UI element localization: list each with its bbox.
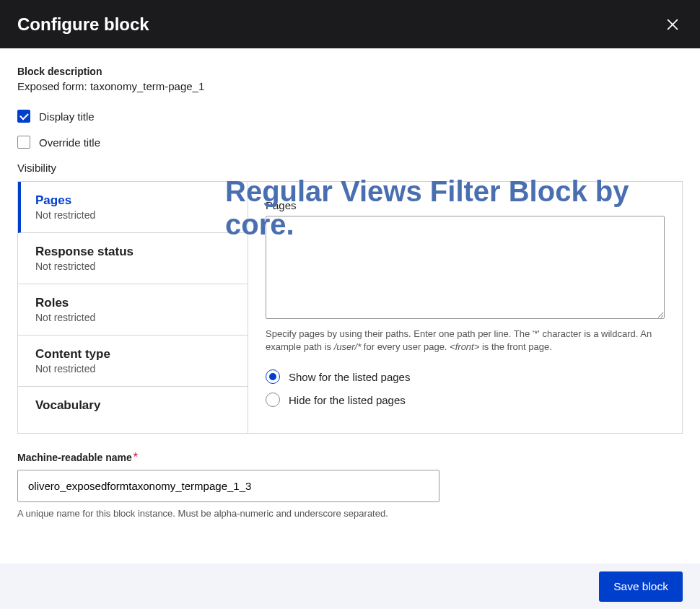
tab-title: Pages	[35, 193, 233, 208]
pages-textarea[interactable]	[266, 216, 665, 319]
help-fragment: for every user page.	[361, 341, 450, 352]
required-indicator: *	[134, 451, 138, 463]
visibility-tabs: Pages Not restricted Response status Not…	[17, 181, 248, 434]
tab-content-type[interactable]: Content type Not restricted	[18, 336, 248, 387]
close-icon	[667, 19, 678, 30]
modal-title: Configure block	[17, 14, 149, 35]
radio-show-label[interactable]: Show for the listed pages	[289, 371, 410, 383]
help-fragment-em: <front>	[450, 341, 479, 352]
display-title-row: Display title	[17, 110, 683, 123]
tab-title: Roles	[35, 296, 233, 310]
tab-response-status[interactable]: Response status Not restricted	[18, 233, 248, 284]
display-title-label[interactable]: Display title	[39, 110, 95, 123]
machine-name-help: A unique name for this block instance. M…	[17, 508, 683, 519]
tab-title: Vocabulary	[35, 398, 233, 413]
radio-show-row: Show for the listed pages	[266, 369, 665, 384]
tab-vocabulary[interactable]: Vocabulary	[18, 387, 248, 424]
close-button[interactable]	[662, 14, 683, 35]
tab-sub: Not restricted	[35, 260, 233, 272]
modal-body: Block description Exposed form: taxonomy…	[0, 48, 700, 536]
override-title-label[interactable]: Override title	[39, 136, 100, 149]
override-title-checkbox[interactable]	[17, 136, 30, 149]
pages-radio-group: Show for the listed pages Hide for the l…	[266, 369, 665, 407]
block-description-value: Exposed form: taxonomy_term-page_1	[17, 80, 683, 92]
radio-hide-label[interactable]: Hide for the listed pages	[289, 394, 406, 406]
machine-name-input[interactable]	[17, 470, 439, 502]
visibility-tabs-wrap: Pages Not restricted Response status Not…	[17, 181, 683, 434]
pages-field-label: Pages	[266, 199, 665, 211]
tab-sub: Not restricted	[35, 209, 233, 221]
tab-pages[interactable]: Pages Not restricted	[18, 182, 248, 233]
machine-name-label: Machine-readable name	[17, 452, 132, 463]
tab-sub: Not restricted	[35, 312, 233, 323]
tab-title: Response status	[35, 245, 233, 259]
tab-sub: Not restricted	[35, 363, 233, 374]
block-description-label: Block description	[17, 66, 683, 77]
help-fragment-em: /user/*	[334, 341, 362, 352]
machine-name-block: Machine-readable name* A unique name for…	[17, 451, 683, 519]
radio-hide[interactable]	[266, 393, 280, 407]
display-title-checkbox[interactable]	[17, 110, 30, 123]
help-fragment: is the front page.	[479, 341, 551, 352]
visibility-heading: Visibility	[17, 162, 683, 174]
visibility-panel: Pages Specify pages by using their paths…	[248, 181, 683, 434]
pages-help-text: Specify pages by using their paths. Ente…	[266, 328, 665, 354]
save-block-button[interactable]: Save block	[599, 571, 683, 602]
tab-title: Content type	[35, 347, 233, 362]
override-title-row: Override title	[17, 136, 683, 149]
radio-hide-row: Hide for the listed pages	[266, 393, 665, 407]
modal-header: Configure block	[0, 0, 700, 48]
modal-footer: Save block	[0, 564, 700, 609]
radio-show[interactable]	[266, 369, 280, 384]
tab-roles[interactable]: Roles Not restricted	[18, 284, 248, 336]
